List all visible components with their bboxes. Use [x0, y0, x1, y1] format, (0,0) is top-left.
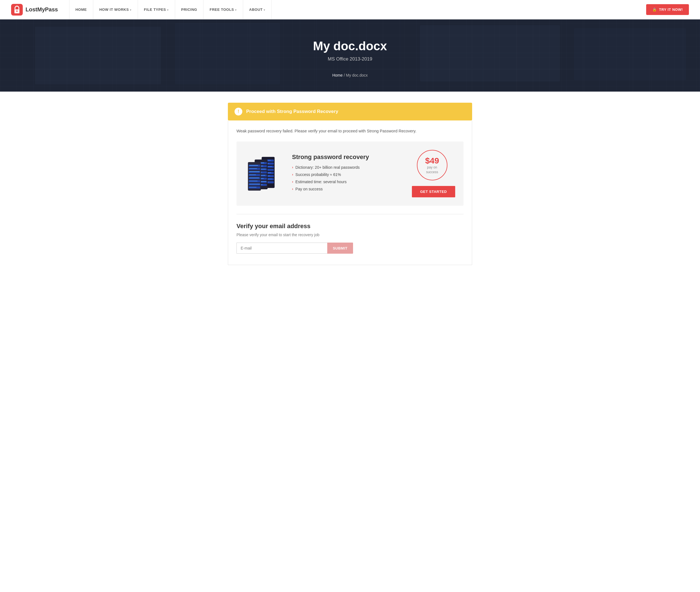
price-label: pay onsuccess: [426, 165, 438, 175]
svg-rect-4: [35, 27, 161, 84]
submit-button[interactable]: SUBMIT: [327, 243, 353, 254]
svg-rect-52: [249, 168, 257, 169]
nav-item-about[interactable]: ABOUT ▾: [243, 0, 272, 19]
info-icon: !: [235, 108, 242, 115]
feature-item-1: › Success probability ≈ 61%: [292, 172, 404, 177]
price-amount: $49: [425, 156, 439, 165]
feature-text-3: Pay on success: [295, 187, 322, 191]
chevron-right-icon: ›: [292, 180, 293, 184]
price-circle: $49 pay onsuccess: [417, 150, 447, 181]
breadcrumb-home-link[interactable]: Home: [332, 73, 343, 78]
chevron-right-icon: ›: [292, 187, 293, 191]
nav-label-pricing: PRICING: [181, 7, 197, 12]
chevron-down-icon: ▾: [264, 9, 265, 11]
site-header: LostMyPass HOME HOW IT WORKS ▾ FILE TYPE…: [0, 0, 700, 19]
get-started-button[interactable]: GET STARTED: [412, 186, 455, 197]
nav-label-about: ABOUT: [249, 7, 263, 12]
feature-text-2: Estimated time: several hours: [295, 180, 346, 184]
nav-item-free-tools[interactable]: FREE TOOLS ▾: [203, 0, 243, 19]
chevron-right-icon: ›: [292, 165, 293, 169]
main-content: ! Proceed with Strong Password Recovery …: [222, 92, 478, 282]
verify-subtitle: Please verify your email to start the re…: [237, 233, 463, 237]
alert-banner: ! Proceed with Strong Password Recovery: [228, 103, 472, 120]
nav-item-pricing[interactable]: PRICING: [175, 0, 204, 19]
svg-rect-6: [420, 25, 560, 82]
nav-item-home[interactable]: HOME: [69, 0, 93, 19]
feature-item-0: › Dictionary: 20+ billion real passwords: [292, 165, 404, 169]
email-input[interactable]: [237, 243, 327, 254]
nav-item-how-it-works[interactable]: HOW IT WORKS ▾: [93, 0, 138, 19]
recovery-box: Strong password recovery › Dictionary: 2…: [237, 142, 463, 206]
content-card: Weak password recovery failed. Please ve…: [228, 120, 472, 265]
hero-content: My doc.docx MS Office 2013-2019 Home / M…: [307, 25, 393, 86]
svg-rect-54: [249, 174, 256, 175]
server-image: [245, 154, 284, 193]
svg-rect-56: [249, 181, 258, 181]
svg-rect-55: [249, 178, 259, 178]
breadcrumb-current: My doc.docx: [346, 73, 368, 78]
nav-label-free-tools: FREE TOOLS: [209, 7, 234, 12]
page-title: My doc.docx: [313, 39, 387, 53]
feature-item-2: › Estimated time: several hours: [292, 180, 404, 184]
nav-label-home: HOME: [76, 7, 87, 12]
svg-rect-58: [249, 187, 256, 187]
email-form: SUBMIT: [237, 243, 353, 254]
try-now-button[interactable]: 🔒 TRY IT NOW!: [646, 4, 689, 15]
chevron-down-icon: ▾: [235, 9, 237, 11]
recovery-info: Strong password recovery › Dictionary: 2…: [292, 153, 404, 194]
feature-text-0: Dictionary: 20+ billion real passwords: [295, 165, 360, 169]
svg-rect-7: [574, 28, 686, 80]
logo-link[interactable]: LostMyPass: [11, 4, 58, 15]
svg-rect-53: [249, 171, 259, 172]
feature-list: › Dictionary: 20+ billion real passwords…: [292, 165, 404, 191]
nav-item-file-types[interactable]: FILE TYPES ▾: [138, 0, 175, 19]
alert-text: Proceed with Strong Password Recovery: [246, 109, 338, 114]
svg-rect-5: [175, 23, 280, 84]
main-nav: HOME HOW IT WORKS ▾ FILE TYPES ▾ PRICING…: [69, 0, 646, 19]
nav-label-how-it-works: HOW IT WORKS: [99, 7, 129, 12]
svg-rect-50: [249, 186, 260, 188]
verify-title: Verify your email address: [237, 223, 463, 230]
logo-text: LostMyPass: [26, 6, 58, 13]
lock-icon: 🔒: [652, 7, 657, 12]
hero-section: My doc.docx MS Office 2013-2019 Home / M…: [0, 19, 700, 92]
email-verify-section: Verify your email address Please verify …: [237, 223, 463, 254]
price-column: $49 pay onsuccess GET STARTED: [412, 150, 455, 197]
svg-point-2: [16, 10, 18, 12]
nav-label-file-types: FILE TYPES: [144, 7, 166, 12]
hero-subtitle: MS Office 2013-2019: [313, 56, 387, 62]
svg-rect-46: [249, 174, 260, 176]
server-towers-icon: [246, 154, 282, 193]
chevron-right-icon: ›: [292, 172, 293, 177]
chevron-down-icon: ▾: [167, 9, 169, 11]
logo-icon: [11, 4, 23, 15]
svg-rect-45: [249, 171, 260, 172]
svg-rect-51: [249, 165, 258, 166]
feature-item-3: › Pay on success: [292, 187, 404, 191]
chevron-down-icon: ▾: [130, 9, 132, 11]
weak-recovery-message: Weak password recovery failed. Please ve…: [237, 129, 463, 133]
breadcrumb: Home / My doc.docx: [313, 73, 387, 78]
recovery-title: Strong password recovery: [292, 153, 404, 161]
svg-rect-57: [249, 184, 260, 184]
feature-text-1: Success probability ≈ 61%: [295, 172, 341, 177]
